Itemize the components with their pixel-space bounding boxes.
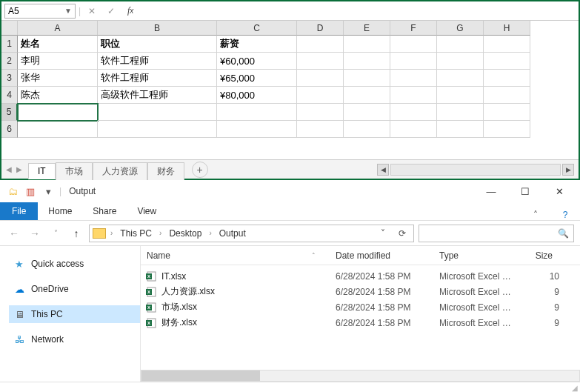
- cell-C5[interactable]: [217, 104, 297, 121]
- cell-G6[interactable]: [437, 121, 484, 138]
- qat-properties-icon[interactable]: ▥: [24, 185, 37, 198]
- cell-B3[interactable]: 软件工程师: [98, 70, 217, 87]
- maximize-button[interactable]: ☐: [510, 181, 540, 202]
- cell-A3[interactable]: 张华: [18, 70, 98, 87]
- file-row[interactable]: X IT.xlsx 6/28/2024 1:58 PM Microsoft Ex…: [141, 268, 580, 284]
- add-sheet-button[interactable]: +: [192, 162, 208, 178]
- search-input[interactable]: 🔍: [419, 225, 574, 242]
- ribbon-view-tab[interactable]: View: [127, 202, 167, 220]
- cell-D6[interactable]: [297, 121, 344, 138]
- cell-F1[interactable]: [390, 36, 437, 53]
- col-header-B[interactable]: B: [98, 21, 217, 36]
- cell-C1[interactable]: 薪资: [217, 36, 297, 53]
- file-row[interactable]: X 财务.xlsx 6/28/2024 1:58 PM Microsoft Ex…: [141, 315, 580, 330]
- hscroll-right-button[interactable]: ▶: [562, 164, 574, 176]
- cell-E2[interactable]: [344, 53, 390, 70]
- cell-B2[interactable]: 软件工程师: [98, 53, 217, 70]
- sheet-nav-prev-icon[interactable]: ◀: [6, 165, 12, 173]
- cell-A4[interactable]: 陈杰: [18, 87, 98, 104]
- crumb-output[interactable]: Output: [216, 227, 249, 240]
- cell-A2[interactable]: 李明: [18, 53, 98, 70]
- sheet-tab-market[interactable]: 市场: [56, 162, 93, 180]
- col-header-C[interactable]: C: [217, 21, 297, 36]
- col-header-E[interactable]: E: [344, 21, 390, 36]
- select-all-corner[interactable]: [1, 21, 18, 36]
- cell-D3[interactable]: [297, 70, 344, 87]
- sheet-tab-finance[interactable]: 财务: [147, 162, 184, 180]
- row-header-1[interactable]: 1: [1, 36, 18, 53]
- cell-E5[interactable]: [344, 104, 390, 121]
- col-header-A[interactable]: A: [18, 21, 98, 36]
- resize-grip-icon[interactable]: ◢: [570, 382, 580, 392]
- nav-quick-access[interactable]: ★ Quick access: [9, 255, 140, 273]
- cell-B6[interactable]: [98, 121, 217, 138]
- file-row[interactable]: X 市场.xlsx 6/28/2024 1:58 PM Microsoft Ex…: [141, 299, 580, 315]
- ribbon-help-icon[interactable]: ?: [550, 210, 580, 220]
- cell-D2[interactable]: [297, 53, 344, 70]
- cell-G2[interactable]: [437, 53, 484, 70]
- cell-B5[interactable]: [98, 104, 217, 121]
- col-name-header[interactable]: Name ˄: [141, 250, 330, 261]
- cell-E6[interactable]: [344, 121, 390, 138]
- crumb-desktop[interactable]: Desktop: [166, 227, 204, 240]
- cell-F3[interactable]: [390, 70, 437, 87]
- col-header-F[interactable]: F: [390, 21, 437, 36]
- cell-D1[interactable]: [297, 36, 344, 53]
- address-dropdown-icon[interactable]: ˅: [375, 225, 391, 242]
- cell-G3[interactable]: [437, 70, 484, 87]
- cell-F4[interactable]: [390, 87, 437, 104]
- row-header-6[interactable]: 6: [1, 121, 18, 138]
- nav-network[interactable]: 🖧 Network: [9, 330, 140, 348]
- back-button[interactable]: ←: [6, 225, 22, 242]
- col-header-G[interactable]: G: [437, 21, 484, 36]
- nav-onedrive[interactable]: ☁ OneDrive: [9, 280, 140, 298]
- cell-F6[interactable]: [390, 121, 437, 138]
- cell-F5[interactable]: [390, 104, 437, 121]
- up-button[interactable]: ↑: [68, 225, 84, 242]
- sheet-nav-next-icon[interactable]: ▶: [16, 165, 22, 173]
- file-row[interactable]: X 人力资源.xlsx 6/28/2024 1:58 PM Microsoft …: [141, 284, 580, 299]
- cell-A6[interactable]: [18, 121, 98, 138]
- formula-input[interactable]: [141, 4, 576, 19]
- hscroll-left-button[interactable]: ◀: [377, 164, 389, 176]
- refresh-icon[interactable]: ⟳: [394, 225, 410, 242]
- cell-H6[interactable]: [484, 121, 530, 138]
- cell-A5[interactable]: [18, 104, 98, 121]
- nav-this-pc[interactable]: 🖥 This PC: [9, 305, 140, 323]
- cell-A1[interactable]: 姓名: [18, 36, 98, 53]
- address-bar[interactable]: › This PC › Desktop › Output ˅ ⟳: [89, 225, 414, 242]
- sheet-tab-hr[interactable]: 人力资源: [93, 162, 147, 180]
- recent-dropdown-icon[interactable]: ˅: [47, 225, 64, 242]
- col-size-header[interactable]: Size: [522, 250, 559, 261]
- file-list-hscroll[interactable]: [141, 370, 580, 382]
- name-box[interactable]: A5 ▼: [4, 4, 76, 19]
- cell-C6[interactable]: [217, 121, 297, 138]
- row-header-2[interactable]: 2: [1, 53, 18, 70]
- minimize-button[interactable]: —: [476, 181, 506, 202]
- ribbon-home-tab[interactable]: Home: [38, 202, 82, 220]
- cell-E4[interactable]: [344, 87, 390, 104]
- row-header-4[interactable]: 4: [1, 87, 18, 104]
- col-header-H[interactable]: H: [484, 21, 530, 36]
- cell-E1[interactable]: [344, 36, 390, 53]
- cell-F2[interactable]: [390, 53, 437, 70]
- cell-E3[interactable]: [344, 70, 390, 87]
- cell-H4[interactable]: [484, 87, 530, 104]
- sheet-tab-it[interactable]: IT: [28, 163, 56, 179]
- cell-G1[interactable]: [437, 36, 484, 53]
- cells-area[interactable]: 姓名 职位 薪资 李明 软件工程师 ¥60,000: [18, 36, 579, 159]
- col-type-header[interactable]: Type: [433, 250, 522, 261]
- row-header-3[interactable]: 3: [1, 70, 18, 87]
- cell-G4[interactable]: [437, 87, 484, 104]
- ribbon-file-tab[interactable]: File: [0, 202, 38, 220]
- crumb-sep-icon[interactable]: ›: [158, 229, 163, 237]
- name-box-dropdown-icon[interactable]: ▼: [64, 7, 72, 15]
- crumb-sep-icon[interactable]: ›: [109, 229, 114, 237]
- cell-H1[interactable]: [484, 36, 530, 53]
- cell-G5[interactable]: [437, 104, 484, 121]
- cell-C2[interactable]: ¥60,000: [217, 53, 297, 70]
- col-date-header[interactable]: Date modified: [330, 250, 433, 261]
- cell-D5[interactable]: [297, 104, 344, 121]
- cell-H5[interactable]: [484, 104, 530, 121]
- cell-H3[interactable]: [484, 70, 530, 87]
